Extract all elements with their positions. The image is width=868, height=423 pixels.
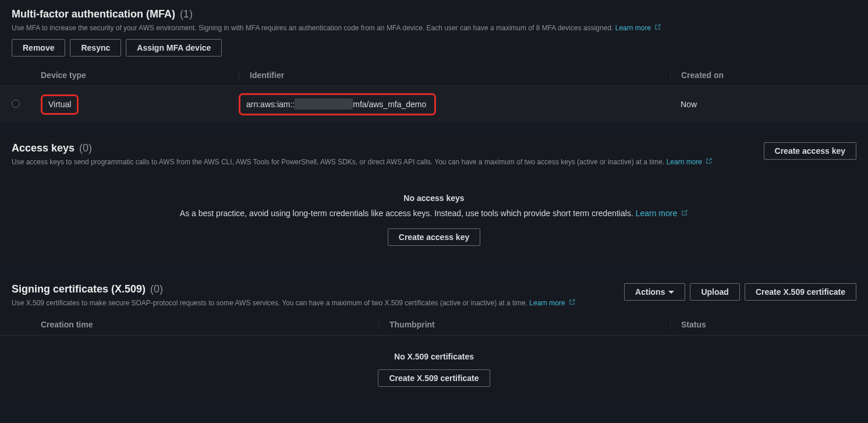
signing-table-header: Creation time Thumbprint Status	[0, 314, 868, 336]
mfa-count: (1)	[180, 8, 193, 20]
device-type-value: Virtual	[48, 100, 71, 109]
empty-desc-text: As a best practice, avoid using long-ter…	[180, 209, 633, 218]
access-keys-title: Access keys	[12, 142, 75, 154]
actions-label: Actions	[635, 287, 665, 297]
signing-desc: Use X.509 certificates to make secure SO…	[12, 299, 527, 307]
mfa-header: Multi-factor authentication (MFA) (1)	[0, 0, 868, 23]
col-status-header[interactable]: Status	[670, 320, 856, 329]
access-keys-headrow: Access keys (0) Use access keys to send …	[0, 134, 868, 173]
external-link-icon	[654, 23, 661, 31]
access-keys-desc-row: Use access keys to send programmatic cal…	[0, 157, 764, 173]
identifier-suffix: mfa/aws_mfa_demo	[353, 100, 426, 109]
assign-mfa-button[interactable]: Assign MFA device	[126, 39, 222, 57]
identifier-highlight: arn:aws:iam::mfa/aws_mfa_demo	[239, 93, 436, 115]
learn-more-label: Learn more	[636, 209, 678, 218]
device-type-cell: Virtual	[29, 94, 239, 115]
resync-button[interactable]: Resync	[70, 39, 121, 57]
signing-desc-row: Use X.509 certificates to make secure SO…	[0, 298, 624, 314]
chevron-down-icon	[668, 291, 674, 294]
identifier-redacted	[295, 98, 353, 110]
row-radio[interactable]	[12, 100, 20, 108]
row-radio-cell	[12, 100, 29, 110]
col-identifier-header[interactable]: Identifier	[239, 70, 670, 80]
access-keys-empty: No access keys As a best practice, avoid…	[0, 173, 868, 263]
no-x509-title: No X.509 certificates	[12, 352, 856, 361]
mfa-table-header: Device type Identifier Created on	[0, 65, 868, 86]
signing-learn-more-link[interactable]: Learn more	[529, 299, 576, 307]
no-access-keys-desc: As a best practice, avoid using long-ter…	[12, 209, 856, 218]
signing-section: Signing certificates (X.509) (0) Use X.5…	[0, 275, 868, 399]
access-keys-empty-learn-more-link[interactable]: Learn more	[636, 209, 688, 218]
col-device-type-header[interactable]: Device type	[29, 70, 239, 80]
signing-header: Signing certificates (X.509) (0)	[0, 275, 624, 298]
signing-headrow: Signing certificates (X.509) (0) Use X.5…	[0, 275, 868, 314]
external-link-icon	[681, 209, 688, 217]
signing-title: Signing certificates (X.509)	[12, 283, 146, 295]
mfa-table: Device type Identifier Created on Virtua…	[0, 65, 868, 122]
learn-more-label: Learn more	[615, 24, 651, 32]
access-keys-desc: Use access keys to send programmatic cal…	[12, 158, 664, 166]
mfa-learn-more-link[interactable]: Learn more	[615, 24, 662, 32]
identifier-cell: arn:aws:iam::mfa/aws_mfa_demo	[239, 93, 670, 115]
learn-more-label: Learn more	[667, 158, 702, 166]
mfa-button-row: Remove Resync Assign MFA device	[0, 39, 868, 65]
signing-count: (0)	[150, 283, 163, 295]
create-x509-button[interactable]: Create X.509 certificate	[745, 283, 856, 301]
mfa-title: Multi-factor authentication (MFA)	[12, 8, 175, 20]
col-thumbprint-header[interactable]: Thumbprint	[378, 320, 670, 329]
create-access-key-button[interactable]: Create access key	[764, 142, 856, 160]
mfa-table-row: Virtual arn:aws:iam::mfa/aws_mfa_demo No…	[0, 86, 868, 122]
signing-empty: No X.509 certificates Create X.509 certi…	[0, 336, 868, 399]
upload-button[interactable]: Upload	[690, 283, 739, 301]
access-keys-learn-more-link[interactable]: Learn more	[667, 158, 713, 166]
remove-button[interactable]: Remove	[12, 39, 65, 57]
create-x509-empty-button[interactable]: Create X.509 certificate	[378, 369, 490, 387]
learn-more-label: Learn more	[529, 299, 565, 307]
mfa-desc: Use MFA to increase the security of your…	[12, 24, 613, 32]
col-creation-time-header[interactable]: Creation time	[29, 320, 378, 329]
mfa-section: Multi-factor authentication (MFA) (1) Us…	[0, 0, 868, 122]
access-keys-count: (0)	[79, 142, 92, 154]
external-link-icon	[705, 157, 713, 165]
col-created-header[interactable]: Created on	[670, 70, 856, 80]
created-cell: Now	[670, 100, 856, 109]
device-type-highlight: Virtual	[41, 94, 79, 115]
signing-table: Creation time Thumbprint Status	[0, 314, 868, 336]
mfa-desc-row: Use MFA to increase the security of your…	[0, 23, 868, 39]
identifier-prefix: arn:aws:iam::	[246, 100, 295, 109]
create-access-key-empty-button[interactable]: Create access key	[388, 228, 480, 246]
access-keys-section: Access keys (0) Use access keys to send …	[0, 134, 868, 263]
access-keys-header: Access keys (0)	[0, 134, 764, 157]
signing-actions-button[interactable]: Actions	[624, 283, 685, 301]
no-access-keys-title: No access keys	[12, 193, 856, 203]
external-link-icon	[568, 298, 576, 306]
